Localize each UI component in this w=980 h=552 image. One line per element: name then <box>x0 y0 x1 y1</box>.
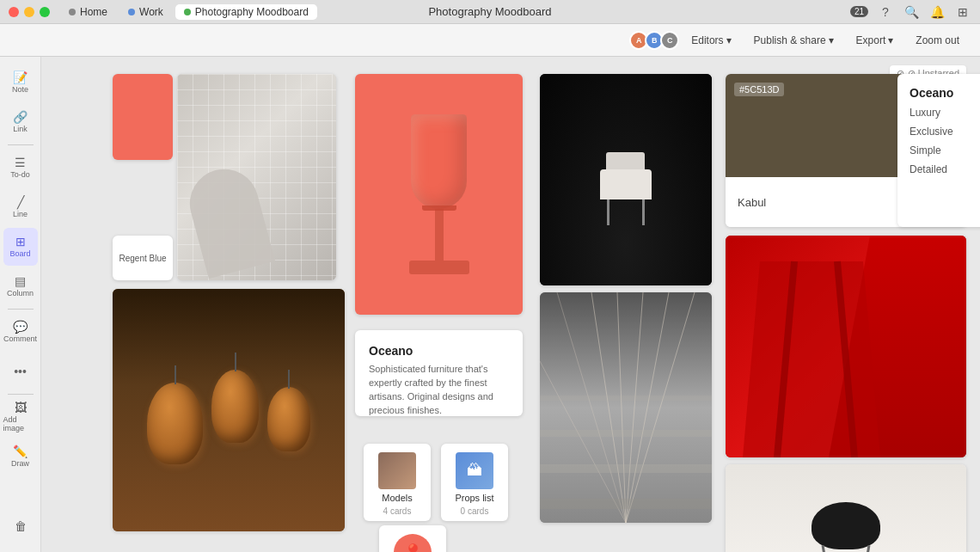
trash-icon: 🗑 <box>15 520 27 532</box>
sidebar-divider-2 <box>8 309 34 310</box>
tab-work-dot <box>128 9 135 15</box>
chair-seat <box>600 169 652 199</box>
sidebar-item-comment[interactable]: 💬 Comment <box>3 313 38 351</box>
palette-hex: #5C513D <box>734 83 784 96</box>
zoom-out-button[interactable]: Zoom out <box>909 32 966 49</box>
sidebar: 📝 Note 🔗 Link ☰ To-do ╱ Line ⊞ Board ▤ C… <box>0 57 41 552</box>
card-lamps[interactable] <box>113 289 345 531</box>
tab-home[interactable]: Home <box>60 4 116 20</box>
card-coral-swatch[interactable] <box>113 74 173 160</box>
board-icon: ⊞ <box>15 236 26 248</box>
card-corridor[interactable] <box>540 292 712 523</box>
goblet-base <box>409 261 469 274</box>
export-chevron: ▾ <box>888 34 893 46</box>
model-avatar <box>378 452 416 489</box>
lamp-right <box>267 387 310 451</box>
card-props[interactable]: 🏔 Props list 0 cards <box>441 444 508 521</box>
sidebar-label-comment: Comment <box>3 334 37 343</box>
lighting-icon: 📍 <box>394 534 432 552</box>
sidebar-item-link[interactable]: 🔗 Link <box>3 103 38 141</box>
grid-icon[interactable]: ⊞ <box>954 3 971 21</box>
sidebar-label-board: Board <box>9 249 30 258</box>
sidebar-label-column: Column <box>7 289 34 297</box>
bell-icon[interactable]: 🔔 <box>928 3 946 21</box>
corridor-svg <box>540 292 712 523</box>
publish-share-label: Publish & share <box>754 34 826 46</box>
tab-photography[interactable]: Photography Moodboard <box>175 4 317 20</box>
goblet-cup <box>411 114 467 209</box>
sidebar-item-board[interactable]: ⊞ Board <box>3 228 38 266</box>
tab-photo-dot <box>184 9 191 15</box>
sidebar-item-trash[interactable]: 🗑 <box>3 507 38 545</box>
svg-rect-9 <box>540 396 712 401</box>
tag-detailed: Detailed <box>910 163 980 175</box>
sidebar-item-draw[interactable]: ✏️ Draw <box>3 438 38 475</box>
tag-exclusive: Exclusive <box>910 126 980 138</box>
svg-rect-8 <box>540 430 712 437</box>
eames-body <box>812 502 880 549</box>
question-icon[interactable]: ? <box>877 3 894 21</box>
card-tags[interactable]: Oceano Luxury Exclusive Simple Detailed <box>897 74 980 227</box>
props-label: Props list <box>455 493 493 503</box>
chair-dark-inner <box>540 74 712 285</box>
canvas: ⊘ ⊘ Unstarred Regent Blue <box>41 57 980 552</box>
tag-luxury: Luxury <box>910 107 980 119</box>
note-icon: 📝 <box>13 71 28 83</box>
sidebar-item-add-image[interactable]: 🖼 Add image <box>3 398 38 436</box>
window-title: Photography Moodboard <box>428 5 551 18</box>
svg-line-2 <box>626 292 643 523</box>
traffic-lights <box>9 7 50 17</box>
sidebar-item-more[interactable]: ••• <box>3 353 38 390</box>
red-chair-inner <box>726 236 966 457</box>
close-button[interactable] <box>9 7 19 17</box>
sidebar-item-line[interactable]: ╱ Line <box>3 188 38 226</box>
card-regent-blue[interactable]: Regent Blue <box>113 236 173 280</box>
card-models[interactable]: Models 4 cards <box>364 444 431 521</box>
arch-inner <box>177 74 336 280</box>
sidebar-label-link: Link <box>13 125 28 133</box>
publish-share-button[interactable]: Publish & share ▾ <box>747 32 841 49</box>
sidebar-item-column[interactable]: ▤ Column <box>3 267 38 305</box>
card-arch-image[interactable] <box>177 74 336 280</box>
card-lighting[interactable]: 📍 Lighting 0 cards <box>379 525 446 552</box>
white-chair-inner <box>726 464 966 552</box>
editors-button[interactable]: Editors ▾ <box>684 32 738 49</box>
comment-icon: 💬 <box>13 321 28 333</box>
window-title-text: Photography Moodboard <box>428 5 551 18</box>
svg-line-4 <box>626 292 695 523</box>
card-white-chair[interactable] <box>726 464 966 552</box>
card-oceano-text[interactable]: Oceano Sophisticated furniture that's ex… <box>355 330 523 416</box>
tab-work-label: Work <box>139 6 163 18</box>
avatar-stack: A B C <box>629 31 679 50</box>
publish-chevron: ▾ <box>829 34 834 46</box>
line-icon: ╱ <box>17 196 24 208</box>
tab-home-label: Home <box>80 6 107 18</box>
sidebar-label-todo: To-do <box>10 170 30 179</box>
sidebar-label-add-image: Add image <box>3 415 38 432</box>
sidebar-label-note: Note <box>12 85 28 94</box>
draw-icon: ✏️ <box>13 445 28 457</box>
sidebar-item-todo[interactable]: ☰ To-do <box>3 149 38 187</box>
tab-work[interactable]: Work <box>119 4 172 20</box>
lamp-left <box>147 383 203 464</box>
maximize-button[interactable] <box>40 7 50 17</box>
editors-chevron: ▾ <box>726 34 732 46</box>
sidebar-label-draw: Draw <box>11 459 29 468</box>
card-red-chair[interactable] <box>726 236 966 457</box>
svg-line-3 <box>626 292 669 523</box>
props-icon: 🏔 <box>456 452 493 489</box>
tags-title: Oceano <box>910 86 980 100</box>
corridor-inner <box>540 292 712 523</box>
more-icon: ••• <box>14 365 27 377</box>
card-chair-dark[interactable] <box>540 74 712 285</box>
card-goblet[interactable] <box>355 74 523 315</box>
export-button[interactable]: Export ▾ <box>849 32 901 49</box>
oceano-description: Sophisticated furniture that's expertly … <box>369 363 509 416</box>
tag-simple: Simple <box>910 144 980 156</box>
sidebar-item-note[interactable]: 📝 Note <box>3 64 38 101</box>
lamps-background <box>113 289 345 531</box>
editors-label: Editors <box>691 34 723 46</box>
red-chair-svg <box>726 236 966 457</box>
minimize-button[interactable] <box>24 7 34 17</box>
search-icon[interactable]: 🔍 <box>903 3 920 21</box>
